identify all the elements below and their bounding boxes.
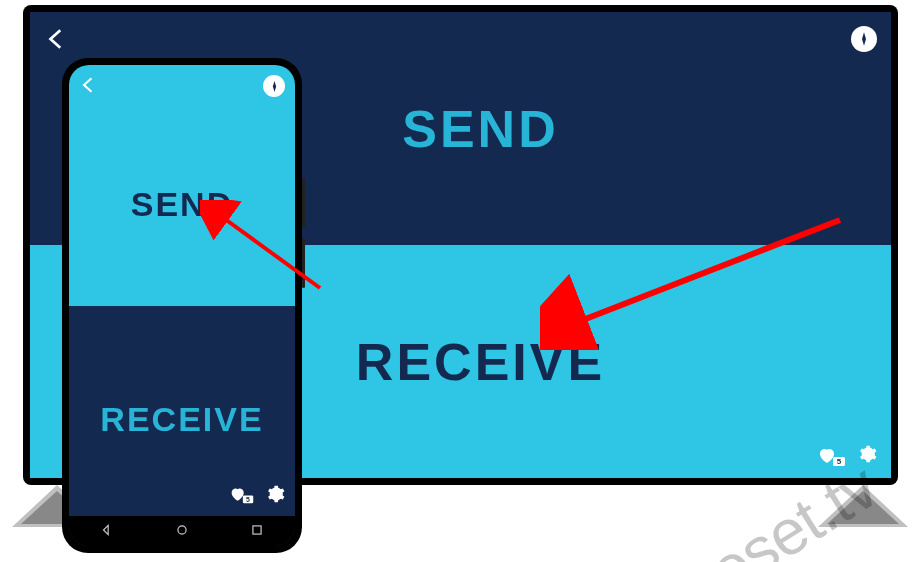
phone-screen: SEND RECEIVE 5 bbox=[69, 65, 295, 546]
svg-marker-0 bbox=[862, 32, 866, 45]
svg-marker-3 bbox=[272, 81, 275, 92]
phone-device: SEND RECEIVE 5 bbox=[62, 58, 302, 553]
phone-nav-bar bbox=[69, 516, 295, 546]
phone-volume-button bbox=[302, 178, 305, 228]
favorites-icon[interactable]: 5 bbox=[229, 486, 255, 506]
nav-recent-icon[interactable] bbox=[250, 523, 264, 540]
nav-back-icon[interactable] bbox=[100, 523, 114, 540]
nav-home-icon[interactable] bbox=[175, 523, 189, 540]
svg-rect-7 bbox=[253, 525, 261, 533]
phone-send-label: SEND bbox=[69, 185, 295, 224]
tv-receive-label: RECEIVE bbox=[356, 332, 605, 392]
compass-icon[interactable] bbox=[851, 26, 877, 52]
gear-icon[interactable] bbox=[265, 484, 285, 508]
svg-point-6 bbox=[178, 525, 186, 533]
compass-icon[interactable] bbox=[263, 75, 285, 97]
phone-power-button bbox=[302, 238, 305, 288]
back-icon[interactable] bbox=[44, 26, 70, 56]
svg-text:5: 5 bbox=[246, 496, 250, 503]
tv-send-label: SEND bbox=[402, 99, 558, 159]
back-icon[interactable] bbox=[79, 75, 99, 100]
phone-receive-label: RECEIVE bbox=[69, 400, 295, 439]
